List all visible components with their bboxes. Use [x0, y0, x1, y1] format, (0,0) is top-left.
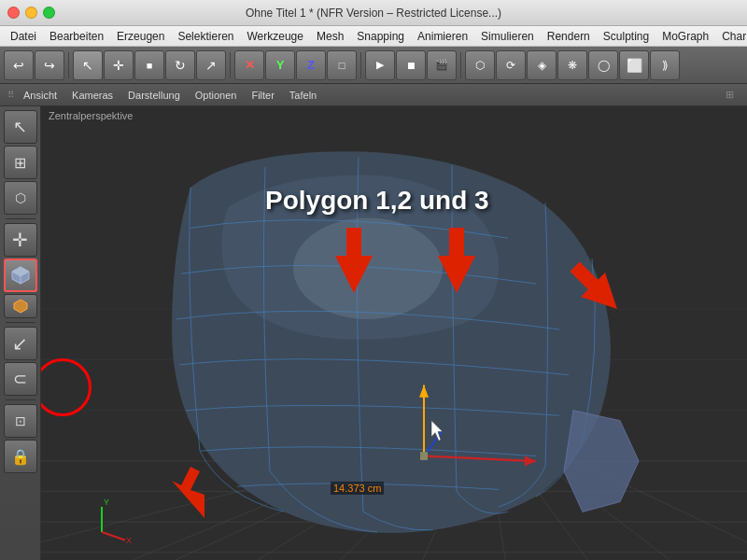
- obj-btn1[interactable]: ⬡: [465, 50, 495, 80]
- menu-erzeugen[interactable]: Erzeugen: [110, 26, 171, 47]
- menu-sculpting[interactable]: Sculpting: [597, 26, 655, 47]
- axis-y-button[interactable]: Y: [265, 50, 295, 80]
- svg-point-22: [293, 217, 443, 319]
- dots-grid-btn[interactable]: ⊡: [4, 404, 37, 438]
- axis-group: ✕ Y Z □: [234, 50, 357, 80]
- menu-selektieren[interactable]: Selektieren: [171, 26, 240, 47]
- svg-marker-3: [14, 300, 27, 313]
- obj-btn4[interactable]: ❋: [557, 50, 587, 80]
- viewport-label: Zentralperspektive: [49, 110, 134, 121]
- titlebar: Ohne Titel 1 * (NFR Version – Restricted…: [0, 0, 747, 26]
- axis-x-button[interactable]: ✕: [234, 50, 264, 80]
- undo-button[interactable]: ↩: [4, 50, 34, 80]
- scale-tool[interactable]: ■: [134, 50, 164, 80]
- menu-animieren[interactable]: Animieren: [411, 26, 474, 47]
- svg-text:X: X: [126, 535, 133, 545]
- cursor-tool-btn[interactable]: ↖: [4, 110, 37, 144]
- menu-werkzeuge[interactable]: Werkzeuge: [240, 26, 309, 47]
- sidebar-sep2: [6, 322, 35, 323]
- sidebar-sep1: [6, 218, 35, 219]
- obj-btn6[interactable]: ⬜: [619, 50, 649, 80]
- menu-rendern[interactable]: Rendern: [541, 26, 597, 47]
- undo-redo-group: ↩ ↪: [4, 50, 64, 80]
- sidebar: ↖ ⊞ ⬡ ✛ ↙ ⊂ ⊡ 🔒: [0, 106, 41, 560]
- viewport[interactable]: Zentralperspektive: [41, 106, 747, 560]
- small-cube-btn[interactable]: [4, 294, 37, 318]
- pattern-tool-btn[interactable]: ⬡: [4, 181, 37, 215]
- sep3: [360, 52, 361, 78]
- window-title: Ohne Titel 1 * (NFR Version – Restricted…: [246, 7, 501, 20]
- toolbar: ↩ ↪ ↖ ✛ ■ ↻ ↗ ✕ Y Z □ ▶ ⏹ 🎬 ⬡ ⟳ ◈ ❋ ◯ ⬜ …: [0, 47, 747, 84]
- menu-mesh[interactable]: Mesh: [310, 26, 350, 47]
- select-group: ↖ ✛ ■ ↻ ↗: [73, 50, 226, 80]
- menu-char[interactable]: Char: [715, 26, 747, 47]
- magnet-tool-btn[interactable]: ⊂: [4, 362, 37, 396]
- obj-btn3[interactable]: ◈: [527, 50, 557, 80]
- render-group: ▶ ⏹ 🎬: [365, 50, 457, 80]
- redo-button[interactable]: ↪: [35, 50, 64, 80]
- sub-ansicht[interactable]: Ansicht: [18, 84, 63, 106]
- sub-kameras[interactable]: Kameras: [66, 84, 119, 106]
- menu-simulieren[interactable]: Simulieren: [474, 26, 541, 47]
- sub-tafeln[interactable]: Tafeln: [284, 84, 322, 106]
- arrow-tool-btn[interactable]: ↙: [4, 327, 37, 360]
- lock-btn[interactable]: 🔒: [4, 440, 37, 473]
- minimize-button[interactable]: [25, 7, 37, 19]
- svg-rect-32: [420, 452, 428, 460]
- object-group: ⬡ ⟳ ◈ ❋ ◯ ⬜ ⟫: [465, 50, 680, 80]
- menu-mograph[interactable]: MoGraph: [655, 26, 715, 47]
- render-btn[interactable]: 🎬: [427, 50, 457, 80]
- expand-btn[interactable]: ⊞: [720, 84, 740, 106]
- film-btn[interactable]: ▶: [365, 50, 395, 80]
- annotation-text: Polygon 1,2 und 3: [265, 186, 489, 216]
- axis-all-button[interactable]: □: [327, 50, 357, 80]
- sidebar-sep3: [6, 399, 35, 400]
- menu-datei[interactable]: Datei: [4, 26, 43, 47]
- select-tool[interactable]: ↖: [73, 50, 103, 80]
- menubar: Datei Bearbeiten Erzeugen Selektieren We…: [0, 26, 747, 47]
- handle-icon: ⠿: [7, 90, 14, 100]
- sep2: [230, 52, 231, 78]
- move-tool[interactable]: ✛: [104, 50, 134, 80]
- obj-btn2[interactable]: ⟳: [496, 50, 526, 80]
- obj-btn5[interactable]: ◯: [588, 50, 618, 80]
- grid-tool-btn[interactable]: ⊞: [4, 146, 37, 179]
- close-button[interactable]: [7, 7, 20, 19]
- film2-btn[interactable]: ⏹: [396, 50, 426, 80]
- select2-tool[interactable]: ↗: [196, 50, 226, 80]
- maximize-button[interactable]: [43, 7, 55, 19]
- dimension-label: 14.373 cm: [331, 482, 384, 495]
- rotate-tool[interactable]: ↻: [165, 50, 195, 80]
- sub-darstellung[interactable]: Darstellung: [122, 84, 186, 106]
- subtoolbar: ⠿ Ansicht Kameras Darstellung Optionen F…: [0, 84, 747, 106]
- cube-tool-btn[interactable]: [4, 259, 37, 292]
- traffic-lights: [7, 7, 55, 19]
- sub-optionen[interactable]: Optionen: [190, 84, 243, 106]
- axis-z-button[interactable]: Z: [296, 50, 326, 80]
- sep1: [68, 52, 69, 78]
- sep4: [460, 52, 461, 78]
- sub-filter[interactable]: Filter: [246, 84, 279, 106]
- scene-svg: Y X: [41, 106, 747, 560]
- obj-btn7[interactable]: ⟫: [650, 50, 680, 80]
- move-tool-btn[interactable]: ✛: [4, 223, 37, 257]
- main-area: ↖ ⊞ ⬡ ✛ ↙ ⊂ ⊡ 🔒: [0, 106, 747, 560]
- menu-bearbeiten[interactable]: Bearbeiten: [43, 26, 110, 47]
- menu-snapping[interactable]: Snapping: [350, 26, 411, 47]
- svg-text:Y: Y: [104, 496, 110, 506]
